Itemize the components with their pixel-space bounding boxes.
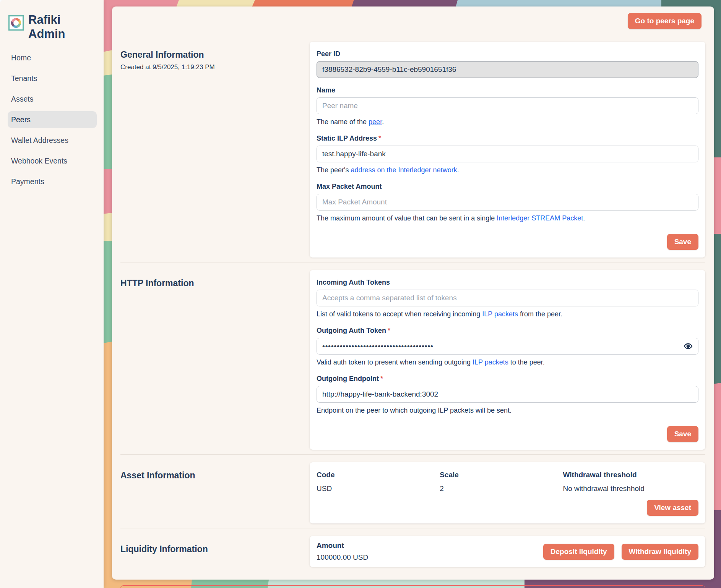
withdrawal-threshold-value: No withdrawal threshhold <box>563 484 698 493</box>
asset-code-value: USD <box>317 484 440 493</box>
outgoing-auth-token-help: Valid auth token to present when sending… <box>317 358 698 366</box>
incoming-auth-tokens-field[interactable] <box>317 290 698 306</box>
sidebar-nav: Home Tenants Assets Peers Wallet Address… <box>0 49 104 190</box>
sidebar: Rafiki Admin Home Tenants Assets Peers W… <box>0 0 104 588</box>
ilp-help: The peer's address on the Interledger ne… <box>317 166 698 174</box>
rafiki-logo-icon <box>8 15 24 31</box>
max-packet-amount-field[interactable] <box>317 194 698 211</box>
name-field[interactable] <box>317 97 698 114</box>
general-information-title: General Information <box>120 50 310 60</box>
page-topbar: Go to peers page <box>120 6 705 42</box>
name-help: The name of the peer. <box>317 118 698 126</box>
general-save-button[interactable]: Save <box>667 234 698 250</box>
sidebar-item-peers[interactable]: Peers <box>8 111 97 128</box>
incoming-auth-tokens-help: List of valid tokens to accept when rece… <box>317 310 698 318</box>
max-packet-amount-label: Max Packet Amount <box>317 183 698 191</box>
sidebar-item-home[interactable]: Home <box>8 49 97 66</box>
liquidity-information-card: Amount 100000.00 USD Deposit liquidity W… <box>310 536 705 567</box>
general-information-card: Peer ID Name The name of the peer. Stati… <box>310 42 705 258</box>
http-information-title: HTTP Information <box>120 278 310 288</box>
asset-information-card: Code USD Scale 2 Withdrawal threshold No… <box>310 462 705 523</box>
view-asset-button[interactable]: View asset <box>647 500 698 516</box>
asset-code-label: Code <box>317 471 440 479</box>
withdrawal-threshold-label: Withdrawal threshold <box>563 471 698 479</box>
section-asset-information: Asset Information Code USD Scale 2 Withd… <box>120 454 705 528</box>
peer-detail-page: Go to peers page General Information Cre… <box>112 6 714 580</box>
asset-information-title: Asset Information <box>120 470 310 481</box>
eye-icon <box>684 342 693 351</box>
peer-id-label: Peer ID <box>317 50 698 58</box>
sidebar-item-assets[interactable]: Assets <box>8 91 97 107</box>
asset-scale-value: 2 <box>440 484 563 493</box>
ilp-packets-link[interactable]: ILP packets <box>482 310 518 318</box>
sidebar-item-webhook-events[interactable]: Webhook Events <box>8 152 97 169</box>
incoming-auth-tokens-label: Incoming Auth Tokens <box>317 279 698 287</box>
app-title: Rafiki Admin <box>28 13 78 41</box>
page: Rafiki Admin Home Tenants Assets Peers W… <box>0 0 721 588</box>
name-label: Name <box>317 86 698 94</box>
section-general-information: General Information Created at 9/5/2025,… <box>120 42 705 262</box>
outgoing-endpoint-label: Outgoing Endpoint* <box>317 375 698 383</box>
withdraw-liquidity-button[interactable]: Withdraw liquidity <box>622 544 698 560</box>
static-ilp-address-label: Static ILP Address* <box>317 134 698 143</box>
outgoing-endpoint-help: Endpoint on the peer to which outgoing I… <box>317 407 698 415</box>
required-marker: * <box>380 375 383 382</box>
go-to-peers-page-button[interactable]: Go to peers page <box>628 13 702 29</box>
ilp-packets-link[interactable]: ILP packets <box>473 358 508 366</box>
liquidity-amount-value: 100000.00 USD <box>317 553 368 562</box>
asset-scale-label: Scale <box>440 471 563 479</box>
http-information-card: Incoming Auth Tokens List of valid token… <box>310 270 705 450</box>
stream-packet-link[interactable]: Interledger STREAM Packet <box>497 214 583 222</box>
sidebar-item-payments[interactable]: Payments <box>8 173 97 190</box>
outgoing-auth-token-label: Outgoing Auth Token* <box>317 327 698 335</box>
delete-peer-panel: Delete Peer Please note that this action… <box>120 585 705 588</box>
required-marker: * <box>378 134 381 142</box>
interledger-address-link[interactable]: address on the Interledger network. <box>351 166 459 174</box>
required-marker: * <box>388 327 390 334</box>
section-http-information: HTTP Information Incoming Auth Tokens Li… <box>120 262 705 454</box>
liquidity-amount-label: Amount <box>317 541 368 550</box>
max-packet-help: The maximum amount of value that can be … <box>317 214 698 222</box>
static-ilp-address-field[interactable] <box>317 146 698 162</box>
brand[interactable]: Rafiki Admin <box>0 0 104 41</box>
outgoing-auth-token-field[interactable] <box>317 338 698 355</box>
liquidity-information-title: Liquidity Information <box>120 544 310 554</box>
created-at-text: Created at 9/5/2025, 1:19:23 PM <box>120 63 310 71</box>
deposit-liquidity-button[interactable]: Deposit liquidity <box>543 544 614 560</box>
outgoing-endpoint-field[interactable] <box>317 386 698 403</box>
peer-link[interactable]: peer <box>369 118 382 126</box>
peer-id-field <box>317 61 698 78</box>
toggle-password-visibility-button[interactable] <box>683 341 693 351</box>
sidebar-item-wallet-addresses[interactable]: Wallet Addresses <box>8 132 97 149</box>
sidebar-item-tenants[interactable]: Tenants <box>8 70 97 87</box>
section-liquidity-information: Liquidity Information Amount 100000.00 U… <box>120 528 705 572</box>
http-save-button[interactable]: Save <box>667 426 698 442</box>
